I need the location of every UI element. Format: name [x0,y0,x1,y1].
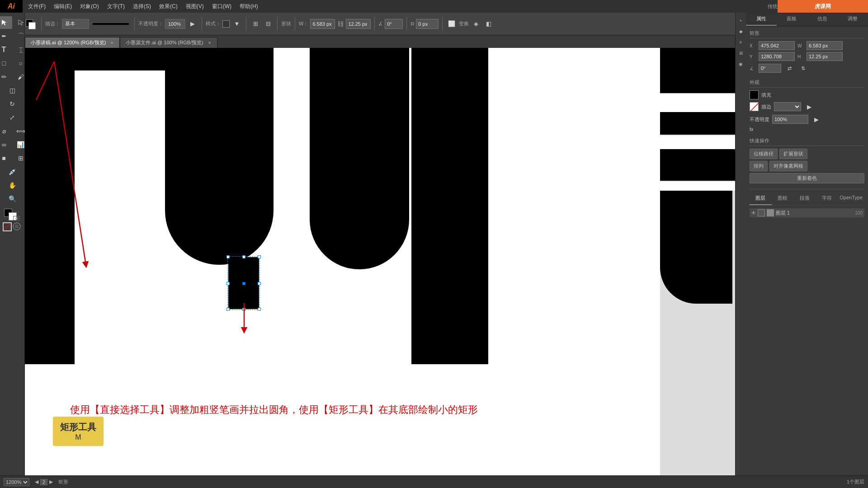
handle-tr[interactable] [258,255,261,258]
offset-path-button[interactable]: 位移路径 [750,149,778,159]
panel-icon-1[interactable]: ▪ [736,15,746,25]
page-number-input[interactable]: 2 [40,479,47,485]
menu-object[interactable]: 对象(O) [76,1,102,12]
r-label: R [410,21,414,27]
pen-tool[interactable]: ✒ [0,30,12,42]
selection-tool[interactable] [0,16,12,29]
hand-tool[interactable]: ✋ [4,179,20,192]
tab-info[interactable]: 信息 [807,13,838,26]
stroke-options[interactable]: ▶ [804,101,815,112]
menu-effect[interactable]: 效果(C) [156,1,181,12]
recolor-button[interactable]: 重新着色 [750,173,864,183]
style-preview[interactable] [222,20,230,28]
gradient-tool[interactable]: ■ [0,152,12,164]
nav-prev[interactable]: ◀ [35,479,38,485]
tab-2-close[interactable]: ✕ [208,41,212,45]
nav-next[interactable]: ▶ [49,479,53,485]
type-tool[interactable]: T [0,43,12,56]
stroke-select[interactable] [774,102,801,111]
y-input[interactable] [759,52,795,61]
no-fill[interactable] [3,222,12,231]
transform-icon[interactable]: ⬜ [446,19,457,29]
width-input[interactable] [310,19,335,29]
tab-paragraph[interactable]: 段落 [794,192,816,205]
zoom-tool[interactable]: 🔍 [4,192,20,205]
menu-file[interactable]: 文件(F) [24,1,49,12]
menu-text[interactable]: 文字(T) [104,1,128,12]
warp-tool[interactable]: ⌀ [0,125,12,137]
menu-bar[interactable]: 文件(F) 编辑(E) 对象(O) 文字(T) 选择(S) 效果(C) 视图(V… [23,1,262,12]
menu-edit[interactable]: 编辑(E) [50,1,75,12]
align-options[interactable]: ◧ [483,19,494,29]
swap-colors[interactable]: ⇄ [13,216,19,221]
opacity-input[interactable]: 100% [165,19,185,29]
arrange-button[interactable]: 排列 [750,161,768,171]
tab-opentype[interactable]: OpenType [838,192,864,205]
angle-input[interactable] [385,19,403,29]
opacity-label: 不透明度： [138,20,163,27]
layer-visibility-icon[interactable]: 👁 [751,211,756,216]
transform-options[interactable]: ◈ [471,19,481,29]
r-input[interactable] [416,19,439,29]
menu-view[interactable]: 视图(V) [182,1,208,12]
panel-icon-2[interactable]: ◆ [736,26,746,36]
tab-1-close[interactable]: ✕ [110,41,114,45]
link-wh-icon[interactable]: ⛓ [337,20,344,28]
handle-tm[interactable] [242,255,245,258]
angle-input-panel[interactable] [759,64,781,73]
panel-icon-4[interactable]: ⊞ [736,48,746,58]
menu-window[interactable]: 窗口(W) [208,1,235,12]
rectangle-tool[interactable]: □ [0,57,12,70]
eraser-tool[interactable]: ◫ [4,84,20,97]
blend-tool[interactable]: ∞ [0,138,12,151]
h-input[interactable] [807,52,843,61]
scale-tool[interactable]: ⤢ [4,111,20,124]
layer-item-1[interactable]: 👁 图层 1 100 [750,208,864,217]
color-boxes[interactable]: ⇄ [4,209,20,221]
flip-h-icon[interactable]: ⇄ [784,63,795,74]
stroke-width-input[interactable]: 基本 [62,19,89,29]
expand-shape-button[interactable]: 扩展形状 [779,149,807,159]
handle-tl[interactable] [226,255,230,258]
handle-ml[interactable] [226,282,230,285]
pencil-tool[interactable]: ✏ [0,70,12,83]
eyedropper-tool[interactable]: 💉 [4,165,20,178]
fill-swatch[interactable] [750,90,759,99]
tab-properties[interactable]: 属性 [746,13,777,26]
x-input[interactable] [759,41,795,50]
opacity-input-panel[interactable] [772,115,808,124]
curvature-tool[interactable]: ⌒ [13,30,29,42]
handle-mr[interactable] [258,282,261,285]
tab-character[interactable]: 字符 [816,192,838,205]
tab-1[interactable]: 小墨讲稿.ai @ 1200% (RGB/预览) ✕ [25,37,120,48]
w-input[interactable] [807,41,843,50]
handle-mm[interactable] [242,282,245,285]
flip-v-icon[interactable]: ⇅ [797,63,808,74]
tab-frames[interactable]: 图框 [772,192,794,205]
color-mode[interactable] [13,222,22,231]
handle-bl[interactable] [226,308,230,311]
rotate-tool[interactable]: ↻ [4,98,20,110]
canvas-area[interactable]: 使用【直接选择工具】调整加粗竖笔画并拉出圆角，使用【矩形工具】在其底部绘制小的矩… [25,48,746,475]
zoom-select[interactable]: 1200% [4,478,29,486]
align-pixel-button[interactable]: 对齐像素网格 [769,161,807,171]
direct-selection-tool[interactable] [13,16,29,29]
align-icon[interactable]: ⊞ [250,19,261,29]
pathfinder-icon[interactable]: ⊟ [263,19,274,29]
height-input[interactable] [346,19,371,29]
stroke-swatch[interactable] [750,102,759,111]
style-options[interactable]: ▼ [231,19,242,29]
menu-help[interactable]: 帮助(H) [236,1,262,12]
tab-panel2[interactable]: 面板 [777,13,807,26]
app-logo: Ai [0,0,23,13]
panel-icon-5[interactable]: ◉ [736,59,746,69]
tab-layers[interactable]: 图层 [750,192,772,205]
stroke-color[interactable] [28,22,36,29]
menu-select[interactable]: 选择(S) [129,1,155,12]
opacity-options[interactable]: ▶ [187,19,198,29]
panel-icon-3[interactable]: ≡ [736,37,746,47]
opacity-expand[interactable]: ▶ [811,114,822,125]
tab-2[interactable]: 小墨源文件.ai @ 100% (RGB/预览) ✕ [120,37,217,48]
tab-adjust[interactable]: 调整 [838,13,868,26]
layer-lock-icon[interactable] [758,209,765,216]
